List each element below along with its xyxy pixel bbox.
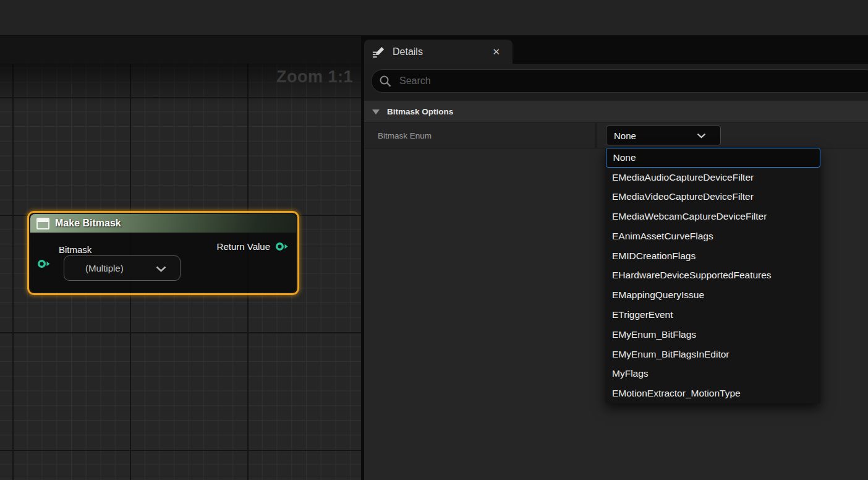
details-tab[interactable]: Details ✕ xyxy=(364,40,513,64)
bitmask-value-label: (Multiple) xyxy=(85,263,124,273)
caret-down-icon[interactable] xyxy=(372,109,380,114)
node-header[interactable]: Make Bitmask xyxy=(30,214,296,233)
dropdown-option[interactable]: EMIDCreationFlags xyxy=(605,246,820,266)
return-value-pin-group: Return Value xyxy=(217,241,289,252)
make-struct-icon xyxy=(36,218,49,229)
search-input[interactable]: Search xyxy=(371,69,868,93)
details-tab-title: Details xyxy=(393,46,423,58)
dropdown-option[interactable]: MyFlags xyxy=(605,364,820,384)
details-tab-well: Details ✕ xyxy=(364,36,868,64)
chevron-down-icon xyxy=(156,266,166,272)
make-bitmask-node[interactable]: Make Bitmask Bitmask (Multiple) xyxy=(30,214,296,292)
dropdown-option[interactable]: EAnimAssetCurveFlags xyxy=(605,226,820,246)
bitmask-input-pin-icon[interactable] xyxy=(37,259,51,268)
dropdown-option[interactable]: EMediaWebcamCaptureDeviceFilter xyxy=(605,207,820,226)
make-bitmask-node-selection[interactable]: Make Bitmask Bitmask (Multiple) xyxy=(27,211,299,295)
zoom-indicator: Zoom 1:1 xyxy=(276,67,353,87)
graph-tab-well xyxy=(0,36,361,64)
dropdown-option[interactable]: EMotionExtractor_MotionType xyxy=(605,384,820,403)
search-icon xyxy=(379,75,392,88)
category-bitmask-options[interactable]: Bitmask Options xyxy=(364,101,868,123)
dropdown-option[interactable]: EMappingQueryIssue xyxy=(605,285,820,305)
enum-dropdown-list: None EMediaAudioCaptureDeviceFilter EMed… xyxy=(605,148,820,403)
combobox-value: None xyxy=(614,131,636,141)
chevron-down-icon xyxy=(697,133,706,139)
dropdown-option[interactable]: EMyEnum_BitFlagsInEditor xyxy=(605,345,820,364)
dropdown-option[interactable]: EMyEnum_BitFlags xyxy=(605,325,820,345)
column-divider[interactable] xyxy=(595,123,597,148)
top-toolbar xyxy=(0,0,868,36)
search-placeholder: Search xyxy=(399,75,431,87)
dropdown-option[interactable]: EMediaVideoCaptureDeviceFilter xyxy=(605,187,820,207)
search-row: Search xyxy=(364,64,868,101)
node-body: Bitmask (Multiple) xyxy=(30,233,296,292)
return-value-output-pin-icon[interactable] xyxy=(275,242,289,251)
dropdown-option[interactable]: None xyxy=(606,148,820,168)
dropdown-option[interactable]: EMediaAudioCaptureDeviceFilter xyxy=(605,168,820,187)
graph-viewport[interactable]: Zoom 1:1 Make Bitmask Bitmask xyxy=(0,64,361,480)
category-label: Bitmask Options xyxy=(387,107,453,116)
blueprint-graph-panel: Zoom 1:1 Make Bitmask Bitmask xyxy=(0,36,361,480)
dropdown-option[interactable]: ETriggerEvent xyxy=(605,305,820,325)
details-icon xyxy=(372,45,386,59)
bitmask-value-dropdown[interactable]: (Multiple) xyxy=(64,255,181,281)
node-title: Make Bitmask xyxy=(55,218,121,229)
property-row-bitmask-enum: Bitmask Enum None xyxy=(364,123,868,148)
return-value-label: Return Value xyxy=(217,241,270,252)
close-icon[interactable]: ✕ xyxy=(492,46,500,58)
details-panel: Details ✕ Search Bitmask Options Bitmask… xyxy=(364,36,868,480)
bitmask-pin-label: Bitmask xyxy=(59,244,91,255)
property-label: Bitmask Enum xyxy=(378,131,432,140)
dropdown-option[interactable]: EHardwareDeviceSupportedFeatures xyxy=(605,266,820,286)
